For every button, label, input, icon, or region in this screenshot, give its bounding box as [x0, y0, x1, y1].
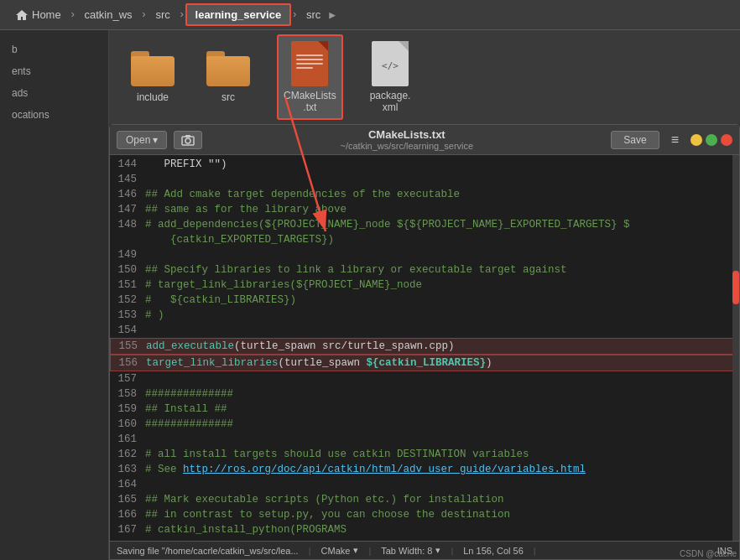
left-sidebar: b ents ads ocations: [0, 30, 109, 560]
scrollbar[interactable]: [732, 155, 739, 541]
line-number: 163: [110, 462, 145, 477]
code-line: 158##############: [110, 386, 739, 402]
line-number: 162: [110, 447, 145, 462]
line-number: 151: [110, 277, 145, 293]
breadcrumb-learning-service-label: learning_service: [195, 8, 282, 21]
file-label-cmake: CMakeLists.txt: [284, 90, 336, 113]
editor-title: CMakeLists.txt: [368, 128, 446, 141]
editor-toolbar: Open ▾ CMakeLists.txt ~/catkin_ws/src/le…: [110, 125, 739, 155]
code-line: 164: [110, 477, 739, 492]
watermark: CSDN @cacrle: [680, 549, 737, 558]
breadcrumb-src-label: src: [155, 8, 169, 21]
code-line: 163# See http://ros.org/doc/api/catkin/h…: [110, 462, 739, 477]
line-number: [110, 232, 145, 247]
code-line: 161: [110, 432, 739, 447]
sidebar-item-b[interactable]: b: [0, 39, 108, 60]
line-content: [145, 172, 739, 187]
line-content: ##############: [145, 417, 739, 432]
line-number: 161: [110, 432, 145, 447]
window-controls: [690, 134, 732, 146]
line-number: 147: [110, 202, 145, 217]
status-tab-width[interactable]: Tab Width: 8 ▾: [381, 545, 440, 556]
maximize-button[interactable]: [706, 134, 717, 146]
line-content: ## Mark executable scripts (Python etc.)…: [145, 492, 739, 507]
line-content: target_link_libraries(turtle_spawn ${cat…: [146, 355, 738, 371]
line-content: [145, 432, 739, 447]
minimize-button[interactable]: [690, 134, 702, 146]
line-content: {catkin_EXPORTED_TARGETS}): [145, 232, 739, 247]
code-line: 152# ${catkin_LIBRARIES}): [110, 293, 739, 308]
line-content: [145, 477, 739, 492]
code-line: 147## same as for the library above: [110, 202, 739, 217]
line-number: 153: [110, 308, 145, 323]
breadcrumb-home[interactable]: Home: [7, 5, 70, 25]
file-item-cmake[interactable]: CMakeLists.txt: [277, 34, 343, 120]
line-number: 156: [111, 355, 146, 371]
line-number: 148: [110, 217, 145, 232]
status-position: Ln 156, Col 56: [463, 546, 524, 556]
screenshot-button[interactable]: [174, 131, 202, 149]
line-content: ## in contrast to setup.py, you can choo…: [145, 507, 739, 522]
status-bar: Saving file "/home/cacrle/catkin_ws/src/…: [110, 541, 739, 559]
save-button[interactable]: Save: [611, 131, 659, 149]
line-content: # catkin_install_python(PROGRAMS: [145, 522, 739, 537]
line-number: 149: [110, 247, 145, 262]
svg-rect-4: [185, 135, 190, 137]
code-line: 167# catkin_install_python(PROGRAMS: [110, 522, 739, 537]
code-area[interactable]: 144 PREFIX "")145146## Add cmake target …: [110, 155, 739, 541]
open-button[interactable]: Open ▾: [117, 131, 167, 149]
dropdown-icon: ▾: [153, 134, 158, 146]
file-label-src: src: [221, 91, 235, 103]
breadcrumb-catkin[interactable]: catkin_ws: [76, 5, 141, 24]
line-number: 152: [110, 293, 145, 308]
file-manager: include src CMakeLists.txt </> package.x…: [109, 30, 740, 124]
breadcrumb-learning-service[interactable]: learning_service: [185, 3, 292, 26]
code-link[interactable]: http://ros.org/doc/api/catkin/html/adv_u…: [183, 464, 586, 475]
line-number: 167: [110, 522, 145, 537]
line-number: 158: [110, 386, 145, 402]
line-content: # ): [145, 308, 739, 323]
breadcrumb-sep-2: ›: [141, 8, 148, 21]
code-line: 155add_executable(turtle_spawn src/turtl…: [110, 338, 739, 355]
line-content: ##############: [145, 386, 739, 402]
line-number: 154: [110, 323, 145, 338]
code-line: 144 PREFIX ""): [110, 157, 739, 172]
line-number: 164: [110, 477, 145, 492]
line-content: [145, 247, 739, 262]
breadcrumb-src[interactable]: src: [147, 5, 178, 24]
breadcrumb-sep-1: ›: [70, 8, 76, 21]
sidebar-item-ents[interactable]: ents: [0, 60, 108, 82]
line-number: 155: [111, 339, 146, 354]
breadcrumb-catkin-label: catkin_ws: [85, 8, 133, 21]
editor-title-area: CMakeLists.txt ~/catkin_ws/src/learning_…: [209, 128, 604, 151]
line-content: # target_link_libraries(${PROJECT_NAME}_…: [145, 277, 739, 293]
file-item-include[interactable]: include: [126, 46, 180, 108]
status-language[interactable]: CMake ▾: [321, 545, 359, 556]
sidebar-item-ocations[interactable]: ocations: [0, 104, 108, 126]
file-label-include: include: [137, 91, 169, 103]
sidebar-item-ads[interactable]: ads: [0, 82, 108, 104]
scrollbar-thumb[interactable]: [732, 271, 739, 304]
menu-button[interactable]: ≡: [666, 131, 684, 149]
code-line: 150## Specify libraries to link a librar…: [110, 262, 739, 277]
code-line: 146## Add cmake target dependencies of t…: [110, 187, 739, 202]
line-content: ## Install ##: [145, 402, 739, 417]
line-number: 150: [110, 262, 145, 277]
line-number: 165: [110, 492, 145, 507]
breadcrumb-src2-label: src: [306, 8, 320, 21]
breadcrumb-src2[interactable]: src: [298, 5, 329, 24]
file-item-package[interactable]: </> package.xml: [365, 36, 416, 118]
line-content: ## same as for the library above: [145, 202, 739, 217]
editor-window: Open ▾ CMakeLists.txt ~/catkin_ws/src/le…: [109, 124, 740, 560]
code-line: 154: [110, 323, 739, 338]
folder-icon-src: [206, 51, 250, 88]
file-item-src[interactable]: src: [201, 46, 255, 108]
line-number: 159: [110, 402, 145, 417]
cmake-icon: [291, 41, 328, 86]
svg-point-3: [185, 138, 190, 143]
status-saving: Saving file "/home/cacrle/catkin_ws/src/…: [117, 546, 299, 556]
folder-icon-include: [131, 51, 175, 88]
xml-icon: </>: [372, 41, 409, 86]
close-button[interactable]: [721, 134, 732, 146]
breadcrumb-sep-3: ›: [179, 8, 185, 21]
